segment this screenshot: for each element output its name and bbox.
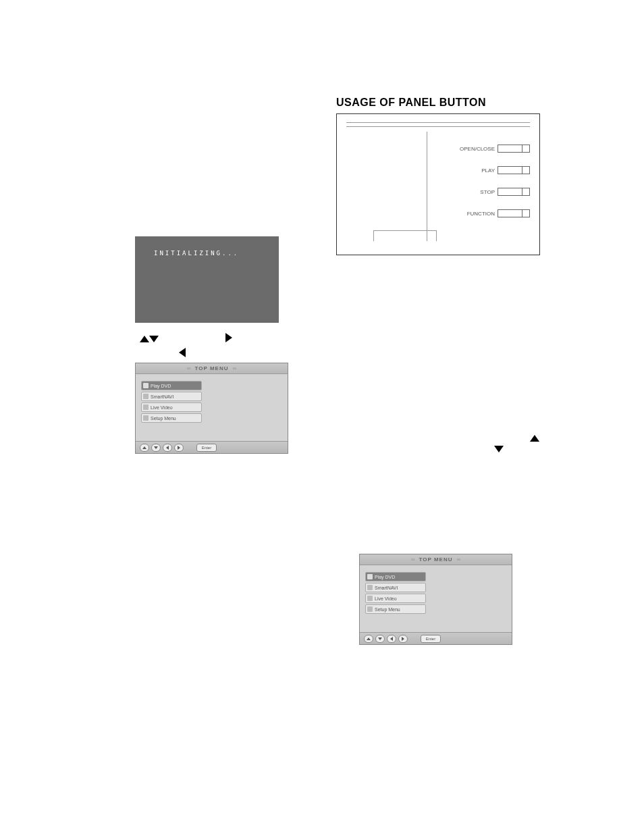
menu-item-live-video[interactable]: Live Video: [141, 402, 202, 412]
panel-display-window: [346, 132, 427, 241]
decor-swirl-icon: ∞: [411, 556, 415, 563]
decor-swirl-icon: ∞: [187, 365, 191, 371]
top-menu-screen: ∞ TOP MENU ∞ Play DVD SmartNAVI Live Vid…: [359, 554, 512, 645]
decor-swirl-icon: ∞: [456, 556, 460, 563]
page-title: USAGE OF PANEL BUTTON: [336, 97, 486, 109]
panel-tray: [373, 230, 437, 241]
panel-label-openclose: OPEN/CLOSE: [460, 146, 495, 152]
nav-up-icon: [140, 444, 149, 452]
panel-diagram: OPEN/CLOSE PLAY STOP FUNCTION: [336, 113, 540, 255]
nav-down-icon: [375, 635, 385, 643]
function-button[interactable]: [498, 209, 530, 217]
panel-label-play: PLAY: [481, 167, 495, 174]
nav-right-icon: [398, 635, 408, 643]
decor-swirl-icon: ∞: [232, 365, 236, 371]
live-video-icon: [143, 405, 149, 410]
arrow-left-icon: [179, 348, 186, 360]
setup-menu-icon: [367, 606, 373, 612]
nav-right-icon: [174, 444, 184, 452]
menu-label: Play DVD: [151, 384, 171, 388]
enter-button[interactable]: Enter: [196, 444, 217, 452]
top-menu-header: ∞ TOP MENU ∞: [360, 554, 512, 565]
initializing-screen: INITIALIZING...: [135, 236, 279, 323]
panel-label-function: FUNCTION: [467, 211, 495, 217]
menu-item-play-dvd[interactable]: Play DVD: [141, 381, 202, 390]
initializing-text: INITIALIZING...: [135, 236, 279, 257]
menu-item-setup-menu[interactable]: Setup Menu: [141, 413, 202, 423]
nav-left-icon: [387, 635, 396, 643]
top-menu-title: TOP MENU: [195, 365, 229, 371]
menu-item-smartnavi[interactable]: SmartNAVI: [141, 392, 202, 401]
menu-label: Live Video: [375, 596, 397, 601]
open-close-button[interactable]: [498, 145, 530, 153]
smartnavi-icon: [143, 394, 149, 399]
play-dvd-icon: [143, 383, 149, 388]
play-button[interactable]: [498, 166, 530, 174]
live-video-icon: [367, 596, 373, 601]
arrow-up-icon: [530, 432, 539, 444]
setup-menu-icon: [143, 415, 149, 421]
smartnavi-icon: [367, 585, 373, 590]
menu-item-play-dvd[interactable]: Play DVD: [365, 572, 426, 581]
menu-item-smartnavi[interactable]: SmartNAVI: [365, 583, 426, 592]
top-menu-screen: ∞ TOP MENU ∞ Play DVD SmartNAVI Live Vid…: [135, 363, 288, 454]
stop-button[interactable]: [498, 188, 530, 196]
menu-label: SmartNAVI: [375, 585, 398, 590]
panel-label-stop: STOP: [480, 189, 495, 195]
menu-item-setup-menu[interactable]: Setup Menu: [365, 604, 426, 614]
play-dvd-icon: [367, 574, 373, 579]
top-menu-header: ∞ TOP MENU ∞: [136, 363, 288, 374]
top-menu-footer: Enter: [136, 441, 288, 453]
arrow-down-icon: [494, 443, 504, 455]
top-menu-footer: Enter: [360, 632, 512, 644]
arrow-updown-icon: [140, 333, 159, 345]
menu-label: Setup Menu: [151, 416, 176, 421]
nav-down-icon: [151, 444, 161, 452]
menu-label: Setup Menu: [375, 607, 400, 612]
menu-label: SmartNAVI: [151, 394, 174, 399]
menu-label: Play DVD: [375, 575, 395, 579]
top-menu-title: TOP MENU: [419, 556, 453, 563]
enter-button[interactable]: Enter: [421, 635, 441, 643]
menu-label: Live Video: [151, 405, 173, 410]
menu-item-live-video[interactable]: Live Video: [365, 594, 426, 603]
arrow-right-icon: [225, 333, 232, 345]
nav-left-icon: [163, 444, 172, 452]
nav-up-icon: [364, 635, 373, 643]
